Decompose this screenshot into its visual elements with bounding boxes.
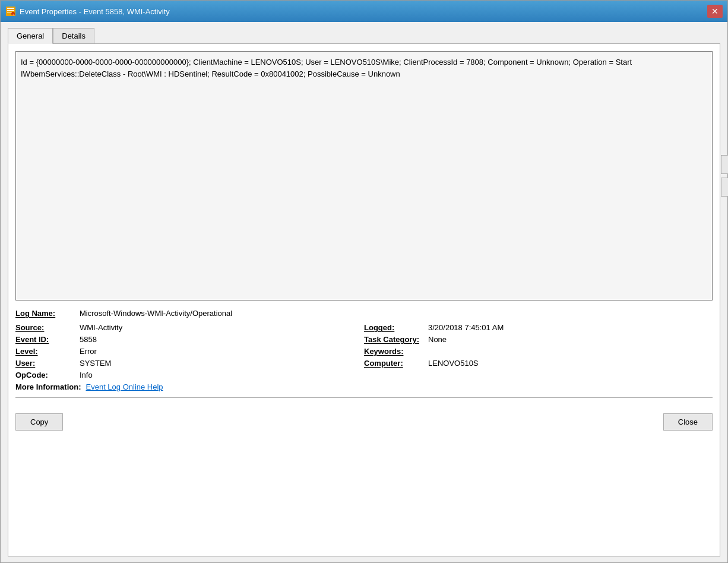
tab-bar: General Details [8, 28, 720, 44]
source-value: WMI-Activity [80, 323, 122, 332]
log-name-label: Log Name: [15, 309, 75, 318]
opcode-row: OpCode: Info [15, 371, 713, 379]
event-text-wrapper: Id = {00000000-0000-0000-0000-0000000000… [15, 51, 713, 301]
user-computer-row: User: SYSTEM Computer: LENOVO510S [15, 359, 713, 368]
logged-item: Logged: 3/20/2018 7:45:01 AM [364, 323, 713, 332]
svg-rect-1 [7, 8, 14, 9]
user-value: SYSTEM [80, 359, 111, 368]
copy-button[interactable]: Copy [15, 413, 63, 431]
computer-value: LENOVO510S [428, 359, 479, 368]
keywords-item: Keywords: [364, 347, 713, 356]
logged-label: Logged: [364, 323, 423, 332]
event-log-online-help-link[interactable]: Event Log Online Help [86, 382, 163, 391]
info-section: Log Name: Microsoft-Windows-WMI-Activity… [15, 309, 713, 391]
content-area: General Details Id = {00000000-0000-0000… [1, 22, 727, 562]
level-value: Error [80, 347, 97, 356]
logged-value: 3/20/2018 7:45:01 AM [428, 323, 504, 332]
task-category-label: Task Category: [364, 335, 423, 344]
svg-rect-2 [7, 10, 14, 11]
opcode-item: OpCode: Info [15, 371, 93, 379]
event-text-area: Id = {00000000-0000-0000-0000-0000000000… [15, 51, 713, 301]
opcode-value: Info [80, 371, 93, 379]
event-text-content: Id = {00000000-0000-0000-0000-0000000000… [21, 56, 707, 295]
scroll-controls: ▲ ▼ [721, 155, 728, 197]
user-label: User: [15, 359, 75, 368]
svg-rect-3 [7, 12, 12, 12]
separator [15, 397, 713, 398]
bottom-buttons: Copy Close [15, 407, 713, 431]
main-panel: Id = {00000000-0000-0000-0000-0000000000… [8, 43, 720, 556]
opcode-label: OpCode: [15, 371, 75, 379]
event-id-value: 5858 [80, 335, 97, 344]
title-bar-left: ! Event Properties - Event 5858, WMI-Act… [5, 6, 170, 17]
eventid-taskcategory-row: Event ID: 5858 Task Category: None [15, 335, 713, 344]
level-item: Level: Error [15, 347, 364, 356]
log-name-value: Microsoft-Windows-WMI-Activity/Operation… [80, 309, 232, 318]
more-info-item: More Information: Event Log Online Help [15, 382, 163, 391]
close-button[interactable]: Close [663, 413, 713, 431]
computer-label: Computer: [364, 359, 423, 368]
more-info-label: More Information: [15, 382, 81, 391]
window-icon: ! [5, 6, 16, 17]
more-info-row: More Information: Event Log Online Help [15, 382, 713, 391]
event-properties-window: ! Event Properties - Event 5858, WMI-Act… [0, 0, 728, 563]
computer-item: Computer: LENOVO510S [364, 359, 713, 368]
tab-general[interactable]: General [8, 28, 53, 44]
event-id-label: Event ID: [15, 335, 75, 344]
keywords-label: Keywords: [364, 347, 423, 356]
level-keywords-row: Level: Error Keywords: [15, 347, 713, 356]
window-title: Event Properties - Event 5858, WMI-Activ… [20, 7, 170, 16]
tab-details[interactable]: Details [53, 28, 94, 44]
task-category-item: Task Category: None [364, 335, 713, 344]
window-close-button[interactable]: ✕ [707, 5, 723, 18]
source-logged-row: Source: WMI-Activity Logged: 3/20/2018 7… [15, 323, 713, 332]
event-id-item: Event ID: 5858 [15, 335, 364, 344]
user-item: User: SYSTEM [15, 359, 364, 368]
task-category-value: None [428, 335, 447, 344]
source-item: Source: WMI-Activity [15, 323, 364, 332]
scroll-up-button[interactable]: ▲ [721, 155, 728, 174]
log-name-row: Log Name: Microsoft-Windows-WMI-Activity… [15, 309, 713, 318]
level-label: Level: [15, 347, 75, 356]
title-bar: ! Event Properties - Event 5858, WMI-Act… [1, 1, 727, 22]
scroll-down-button[interactable]: ▼ [721, 178, 728, 197]
source-label: Source: [15, 323, 75, 332]
